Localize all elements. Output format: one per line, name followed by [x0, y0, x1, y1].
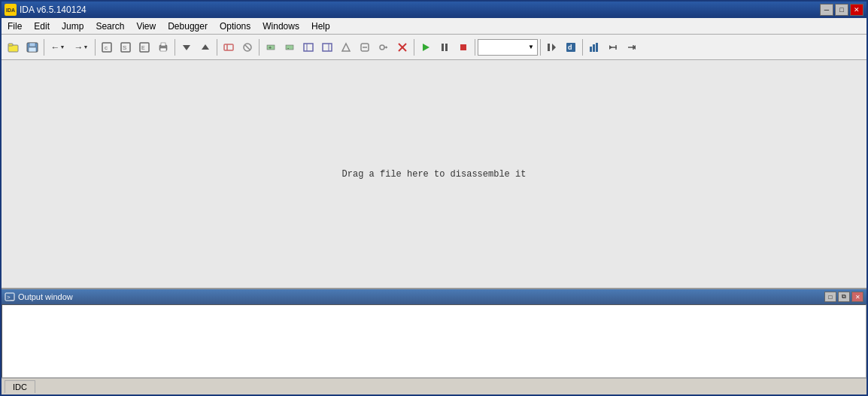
- svg-line-19: [245, 45, 250, 50]
- scroll-down-button[interactable]: [178, 38, 196, 56]
- svg-rect-38: [445, 44, 448, 51]
- minimize-button[interactable]: ─: [820, 4, 833, 16]
- output-titlebar: >_ Output window □ ⧉ ✕: [2, 289, 866, 304]
- drag-drop-text: Drag a file here to disassemble it: [342, 169, 527, 180]
- separator-9: [582, 39, 583, 56]
- output-panel-icon: >_: [5, 292, 15, 302]
- menu-view[interactable]: View: [130, 18, 162, 34]
- save-button[interactable]: [23, 38, 41, 56]
- window-controls: ─ □ ✕: [820, 4, 863, 16]
- seg-button-2[interactable]: -: [281, 38, 299, 56]
- svg-text:E: E: [141, 45, 145, 50]
- menu-search[interactable]: Search: [90, 18, 130, 34]
- nav-struct-button[interactable]: S: [117, 38, 135, 56]
- debug-toggle-button[interactable]: d: [562, 38, 580, 56]
- watch-button[interactable]: [623, 38, 641, 56]
- func-button-2[interactable]: [238, 38, 256, 56]
- main-area[interactable]: Drag a file here to disassemble it: [2, 60, 866, 288]
- menu-file[interactable]: File: [2, 18, 28, 34]
- separator-8: [540, 39, 541, 56]
- idc-tab[interactable]: IDC: [5, 380, 35, 393]
- svg-rect-24: [304, 44, 313, 51]
- svg-rect-37: [442, 44, 444, 51]
- breakpoint-button[interactable]: [604, 38, 622, 56]
- svg-rect-3: [29, 43, 35, 47]
- step-into-button[interactable]: [543, 38, 561, 56]
- separator-1: [44, 39, 44, 56]
- separator-6: [414, 39, 414, 56]
- nav-enum-button[interactable]: E: [135, 38, 153, 56]
- seg-button-3[interactable]: [299, 38, 317, 56]
- process-dropdown[interactable]: ▼: [478, 39, 538, 56]
- svg-text:S: S: [123, 44, 126, 51]
- scroll-up-button[interactable]: [196, 38, 214, 56]
- svg-marker-36: [423, 44, 429, 51]
- seg-button-4[interactable]: [318, 38, 336, 56]
- svg-rect-44: [590, 47, 592, 52]
- content-area: Drag a file here to disassemble it >_ Ou…: [2, 60, 866, 378]
- separator-7: [475, 39, 475, 56]
- func-button-1[interactable]: [220, 38, 238, 56]
- svg-rect-39: [460, 44, 466, 50]
- forward-button[interactable]: →▼: [70, 38, 93, 56]
- svg-rect-46: [596, 43, 598, 52]
- svg-point-31: [380, 45, 384, 50]
- svg-rect-45: [593, 44, 595, 52]
- svg-marker-40: [552, 44, 556, 51]
- seg-button-5[interactable]: [337, 38, 355, 56]
- menu-debugger[interactable]: Debugger: [162, 18, 214, 34]
- debug-run-button[interactable]: [417, 38, 435, 56]
- output-panel: >_ Output window □ ⧉ ✕: [2, 288, 866, 378]
- svg-rect-12: [161, 43, 165, 46]
- svg-rect-26: [323, 44, 332, 51]
- svg-rect-16: [224, 44, 233, 50]
- svg-text:c: c: [105, 44, 108, 51]
- svg-marker-15: [202, 44, 209, 50]
- svg-text:+: +: [269, 45, 272, 50]
- debug-stop-button[interactable]: [454, 38, 472, 56]
- svg-marker-48: [609, 45, 612, 50]
- menu-help[interactable]: Help: [305, 18, 336, 34]
- output-content-area: [2, 304, 866, 378]
- svg-rect-41: [548, 44, 550, 51]
- nav-code-button[interactable]: c: [98, 38, 116, 56]
- menu-options[interactable]: Options: [214, 18, 256, 34]
- maximize-button[interactable]: □: [835, 4, 848, 16]
- window-title: IDA v6.5.140124: [20, 5, 86, 15]
- output-window-controls: □ ⧉ ✕: [824, 292, 863, 302]
- output-close-button[interactable]: ✕: [851, 292, 863, 302]
- separator-5: [259, 39, 259, 56]
- dropdown-arrow-icon: ▼: [528, 44, 534, 50]
- menu-bar: File Edit Jump Search View Debugger Opti…: [2, 18, 866, 35]
- seg-button-7[interactable]: [375, 38, 393, 56]
- toolbar: ←▼ →▼ c S E: [2, 35, 866, 60]
- seg-button-6[interactable]: [356, 38, 374, 56]
- back-button[interactable]: ←▼: [47, 38, 69, 56]
- output-restore-button[interactable]: ⧉: [838, 292, 850, 302]
- svg-text:>_: >_: [7, 294, 14, 301]
- menu-windows[interactable]: Windows: [256, 18, 305, 34]
- output-window-title: Output window: [18, 292, 73, 301]
- cancel-button[interactable]: [393, 38, 411, 56]
- app-window: IDA IDA v6.5.140124 ─ □ ✕ File Edit Jump…: [0, 0, 868, 396]
- close-button[interactable]: ✕: [850, 4, 863, 16]
- svg-rect-13: [160, 48, 166, 51]
- graph-button[interactable]: [585, 38, 603, 56]
- status-bar: IDC: [2, 378, 866, 394]
- output-minimize-button[interactable]: □: [824, 292, 836, 302]
- separator-3: [175, 39, 175, 56]
- open-button[interactable]: [5, 38, 23, 56]
- svg-text:d: d: [568, 44, 572, 51]
- separator-4: [217, 39, 217, 56]
- menu-jump[interactable]: Jump: [56, 18, 90, 34]
- print-button[interactable]: [154, 38, 172, 56]
- svg-marker-33: [386, 46, 387, 49]
- seg-button-1[interactable]: +: [262, 38, 280, 56]
- svg-marker-28: [342, 44, 350, 51]
- menu-edit[interactable]: Edit: [28, 18, 56, 34]
- svg-marker-14: [183, 45, 190, 50]
- svg-rect-1: [8, 44, 13, 46]
- debug-pause-button[interactable]: [436, 38, 454, 56]
- separator-2: [95, 39, 96, 56]
- title-bar: IDA IDA v6.5.140124 ─ □ ✕: [2, 2, 866, 18]
